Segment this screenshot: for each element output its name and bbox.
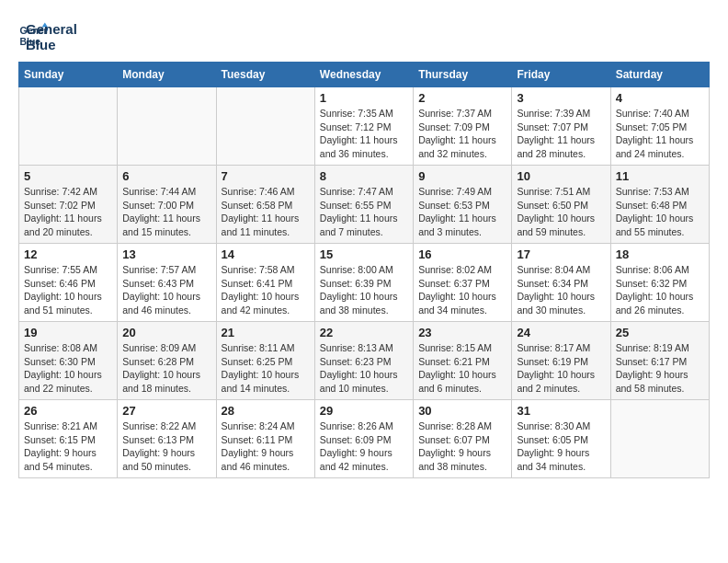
day-info: Sunrise: 8:30 AM Sunset: 6:05 PM Dayligh…	[517, 419, 605, 474]
day-header-tuesday: Tuesday	[216, 63, 314, 87]
day-info: Sunrise: 7:57 AM Sunset: 6:43 PM Dayligh…	[122, 263, 210, 317]
calendar-cell: 21Sunrise: 8:11 AM Sunset: 6:25 PM Dayli…	[216, 322, 314, 400]
day-number: 1	[320, 91, 408, 105]
calendar-cell: 15Sunrise: 8:00 AM Sunset: 6:39 PM Dayli…	[314, 244, 413, 322]
logo: General Blue General Blue	[18, 18, 77, 52]
day-number: 25	[616, 326, 704, 339]
day-info: Sunrise: 8:13 AM Sunset: 6:23 PM Dayligh…	[320, 341, 408, 396]
day-number: 31	[517, 404, 605, 418]
day-info: Sunrise: 7:49 AM Sunset: 6:53 PM Dayligh…	[418, 185, 506, 239]
day-number: 2	[418, 91, 506, 105]
calendar-cell: 4Sunrise: 7:40 AM Sunset: 7:05 PM Daylig…	[610, 87, 709, 166]
calendar-week-2: 5Sunrise: 7:42 AM Sunset: 7:02 PM Daylig…	[19, 166, 710, 244]
calendar-week-1: 1Sunrise: 7:35 AM Sunset: 7:12 PM Daylig…	[19, 87, 710, 166]
calendar-cell: 1Sunrise: 7:35 AM Sunset: 7:12 PM Daylig…	[314, 87, 413, 166]
day-number: 15	[320, 247, 408, 261]
day-info: Sunrise: 8:17 AM Sunset: 6:19 PM Dayligh…	[517, 341, 605, 396]
calendar-cell	[216, 87, 314, 166]
day-number: 20	[122, 326, 210, 339]
day-info: Sunrise: 8:24 AM Sunset: 6:11 PM Dayligh…	[222, 419, 310, 474]
day-info: Sunrise: 7:42 AM Sunset: 7:02 PM Dayligh…	[24, 185, 112, 239]
day-header-sunday: Sunday	[19, 63, 118, 87]
calendar-cell	[118, 87, 216, 166]
calendar-cell: 27Sunrise: 8:22 AM Sunset: 6:13 PM Dayli…	[118, 400, 216, 478]
calendar-table: SundayMondayTuesdayWednesdayThursdayFrid…	[18, 62, 710, 478]
calendar-cell: 3Sunrise: 7:39 AM Sunset: 7:07 PM Daylig…	[512, 87, 610, 166]
day-info: Sunrise: 8:26 AM Sunset: 6:09 PM Dayligh…	[320, 419, 408, 474]
calendar-week-5: 26Sunrise: 8:21 AM Sunset: 6:15 PM Dayli…	[19, 400, 710, 478]
calendar-cell: 7Sunrise: 7:46 AM Sunset: 6:58 PM Daylig…	[216, 166, 314, 244]
day-info: Sunrise: 7:47 AM Sunset: 6:55 PM Dayligh…	[320, 185, 408, 239]
logo-blue: Blue	[26, 38, 77, 53]
day-number: 18	[616, 247, 704, 261]
calendar-cell: 18Sunrise: 8:06 AM Sunset: 6:32 PM Dayli…	[610, 244, 709, 322]
day-number: 30	[418, 404, 506, 418]
calendar-week-4: 19Sunrise: 8:08 AM Sunset: 6:30 PM Dayli…	[19, 322, 710, 400]
day-number: 4	[616, 91, 704, 105]
day-header-wednesday: Wednesday	[314, 63, 413, 87]
calendar-cell: 8Sunrise: 7:47 AM Sunset: 6:55 PM Daylig…	[314, 166, 413, 244]
day-info: Sunrise: 8:21 AM Sunset: 6:15 PM Dayligh…	[24, 419, 112, 474]
calendar-cell	[610, 400, 709, 478]
calendar-cell: 26Sunrise: 8:21 AM Sunset: 6:15 PM Dayli…	[19, 400, 118, 478]
calendar-cell: 29Sunrise: 8:26 AM Sunset: 6:09 PM Dayli…	[314, 400, 413, 478]
day-number: 8	[320, 169, 408, 183]
logo-general: General	[26, 22, 77, 38]
day-info: Sunrise: 8:00 AM Sunset: 6:39 PM Dayligh…	[320, 263, 408, 317]
calendar-cell: 23Sunrise: 8:15 AM Sunset: 6:21 PM Dayli…	[414, 322, 512, 400]
calendar-cell: 19Sunrise: 8:08 AM Sunset: 6:30 PM Dayli…	[19, 322, 118, 400]
calendar-cell: 5Sunrise: 7:42 AM Sunset: 7:02 PM Daylig…	[19, 166, 118, 244]
day-info: Sunrise: 8:08 AM Sunset: 6:30 PM Dayligh…	[24, 341, 112, 396]
day-number: 12	[24, 247, 112, 261]
calendar-week-3: 12Sunrise: 7:55 AM Sunset: 6:46 PM Dayli…	[19, 244, 710, 322]
day-number: 7	[222, 169, 310, 183]
calendar-cell: 12Sunrise: 7:55 AM Sunset: 6:46 PM Dayli…	[19, 244, 118, 322]
day-info: Sunrise: 7:55 AM Sunset: 6:46 PM Dayligh…	[24, 263, 112, 317]
day-info: Sunrise: 8:11 AM Sunset: 6:25 PM Dayligh…	[222, 341, 310, 396]
day-number: 5	[24, 169, 112, 183]
day-number: 23	[418, 326, 506, 339]
day-info: Sunrise: 7:39 AM Sunset: 7:07 PM Dayligh…	[517, 107, 605, 161]
calendar-cell: 24Sunrise: 8:17 AM Sunset: 6:19 PM Dayli…	[512, 322, 610, 400]
day-info: Sunrise: 8:15 AM Sunset: 6:21 PM Dayligh…	[418, 341, 506, 396]
day-info: Sunrise: 8:19 AM Sunset: 6:17 PM Dayligh…	[616, 341, 704, 396]
day-number: 14	[222, 247, 310, 261]
day-info: Sunrise: 7:46 AM Sunset: 6:58 PM Dayligh…	[222, 185, 310, 239]
day-header-monday: Monday	[118, 63, 216, 87]
calendar-cell	[19, 87, 118, 166]
day-number: 10	[517, 169, 605, 183]
day-number: 22	[320, 326, 408, 339]
calendar-cell: 16Sunrise: 8:02 AM Sunset: 6:37 PM Dayli…	[414, 244, 512, 322]
calendar-cell: 20Sunrise: 8:09 AM Sunset: 6:28 PM Dayli…	[118, 322, 216, 400]
day-number: 28	[222, 404, 310, 418]
calendar-cell: 28Sunrise: 8:24 AM Sunset: 6:11 PM Dayli…	[216, 400, 314, 478]
day-info: Sunrise: 8:06 AM Sunset: 6:32 PM Dayligh…	[616, 263, 704, 317]
calendar-cell: 10Sunrise: 7:51 AM Sunset: 6:50 PM Dayli…	[512, 166, 610, 244]
day-info: Sunrise: 7:35 AM Sunset: 7:12 PM Dayligh…	[320, 107, 408, 161]
day-info: Sunrise: 7:53 AM Sunset: 6:48 PM Dayligh…	[616, 185, 704, 239]
day-info: Sunrise: 8:02 AM Sunset: 6:37 PM Dayligh…	[418, 263, 506, 317]
day-number: 6	[122, 169, 210, 183]
day-number: 9	[418, 169, 506, 183]
calendar-body: 1Sunrise: 7:35 AM Sunset: 7:12 PM Daylig…	[19, 87, 710, 478]
day-number: 24	[517, 326, 605, 339]
day-number: 19	[24, 326, 112, 339]
calendar-cell: 6Sunrise: 7:44 AM Sunset: 7:00 PM Daylig…	[118, 166, 216, 244]
day-number: 3	[517, 91, 605, 105]
day-info: Sunrise: 7:44 AM Sunset: 7:00 PM Dayligh…	[122, 185, 210, 239]
calendar-cell: 9Sunrise: 7:49 AM Sunset: 6:53 PM Daylig…	[414, 166, 512, 244]
day-number: 26	[24, 404, 112, 418]
day-info: Sunrise: 7:58 AM Sunset: 6:41 PM Dayligh…	[222, 263, 310, 317]
calendar-cell: 14Sunrise: 7:58 AM Sunset: 6:41 PM Dayli…	[216, 244, 314, 322]
day-number: 29	[320, 404, 408, 418]
day-number: 13	[122, 247, 210, 261]
day-info: Sunrise: 8:04 AM Sunset: 6:34 PM Dayligh…	[517, 263, 605, 317]
day-number: 27	[122, 404, 210, 418]
calendar-cell: 25Sunrise: 8:19 AM Sunset: 6:17 PM Dayli…	[610, 322, 709, 400]
calendar-cell: 31Sunrise: 8:30 AM Sunset: 6:05 PM Dayli…	[512, 400, 610, 478]
calendar-cell: 13Sunrise: 7:57 AM Sunset: 6:43 PM Dayli…	[118, 244, 216, 322]
day-number: 21	[222, 326, 310, 339]
day-number: 16	[418, 247, 506, 261]
day-info: Sunrise: 7:51 AM Sunset: 6:50 PM Dayligh…	[517, 185, 605, 239]
calendar-cell: 17Sunrise: 8:04 AM Sunset: 6:34 PM Dayli…	[512, 244, 610, 322]
